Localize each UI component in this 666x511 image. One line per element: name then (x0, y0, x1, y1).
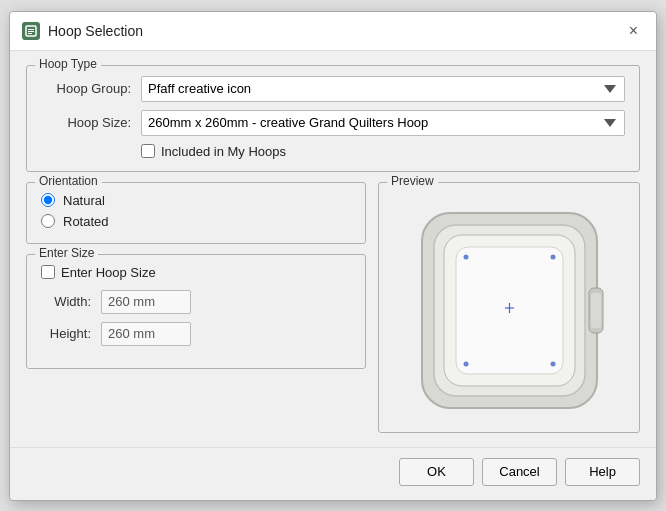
svg-point-8 (463, 254, 468, 259)
hoop-type-group: Hoop Type Hoop Group: Pfaff creative ico… (26, 65, 640, 172)
title-bar: Hoop Selection × (10, 12, 656, 51)
natural-radio[interactable] (41, 193, 55, 207)
included-row: Included in My Hoops (41, 144, 625, 159)
hoop-preview-svg (412, 203, 607, 418)
width-label: Width: (41, 294, 101, 309)
hoop-size-select[interactable]: 260mm x 260mm - creative Grand Quilters … (141, 110, 625, 136)
orientation-label: Orientation (35, 174, 102, 188)
hoop-group-row: Hoop Group: Pfaff creative icon (41, 76, 625, 102)
enter-size-group: Enter Size Enter Hoop Size Width: Height… (26, 254, 366, 369)
enter-size-section-label: Enter Size (35, 246, 98, 260)
enter-hoop-label: Enter Hoop Size (61, 265, 156, 280)
left-panels: Orientation Natural Rotated Enter Size (26, 182, 366, 433)
rotated-label: Rotated (63, 214, 109, 229)
svg-point-11 (550, 361, 555, 366)
dialog-icon (22, 22, 40, 40)
height-row: Height: (41, 322, 351, 346)
hoop-group-select[interactable]: Pfaff creative icon (141, 76, 625, 102)
hoop-type-label: Hoop Type (35, 57, 101, 71)
svg-rect-2 (28, 31, 34, 32)
preview-label: Preview (387, 174, 438, 188)
dialog-title: Hoop Selection (48, 23, 615, 39)
enter-hoop-row: Enter Hoop Size (41, 265, 351, 280)
height-input[interactable] (101, 322, 191, 346)
enter-hoop-checkbox[interactable] (41, 265, 55, 279)
preview-group: Preview (378, 182, 640, 433)
svg-rect-1 (28, 29, 34, 30)
main-content: Orientation Natural Rotated Enter Size (26, 182, 640, 433)
size-fields: Width: Height: (41, 290, 351, 346)
natural-label: Natural (63, 193, 105, 208)
help-button[interactable]: Help (565, 458, 640, 486)
preview-canvas (389, 199, 629, 422)
hoop-selection-dialog: Hoop Selection × Hoop Type Hoop Group: P… (9, 11, 657, 501)
rotated-row: Rotated (41, 214, 351, 229)
included-checkbox[interactable] (141, 144, 155, 158)
width-row: Width: (41, 290, 351, 314)
cancel-button[interactable]: Cancel (482, 458, 557, 486)
hoop-size-label: Hoop Size: (41, 115, 141, 130)
included-label: Included in My Hoops (161, 144, 286, 159)
dialog-body: Hoop Type Hoop Group: Pfaff creative ico… (10, 51, 656, 447)
hoop-group-label: Hoop Group: (41, 81, 141, 96)
svg-point-10 (463, 361, 468, 366)
natural-row: Natural (41, 193, 351, 208)
rotated-radio[interactable] (41, 214, 55, 228)
svg-rect-3 (28, 33, 32, 34)
width-input[interactable] (101, 290, 191, 314)
hoop-size-row: Hoop Size: 260mm x 260mm - creative Gran… (41, 110, 625, 136)
close-button[interactable]: × (623, 20, 644, 42)
svg-point-9 (550, 254, 555, 259)
height-label: Height: (41, 326, 101, 341)
svg-rect-15 (591, 293, 601, 328)
ok-button[interactable]: OK (399, 458, 474, 486)
orientation-group: Orientation Natural Rotated (26, 182, 366, 244)
dialog-footer: OK Cancel Help (10, 447, 656, 500)
